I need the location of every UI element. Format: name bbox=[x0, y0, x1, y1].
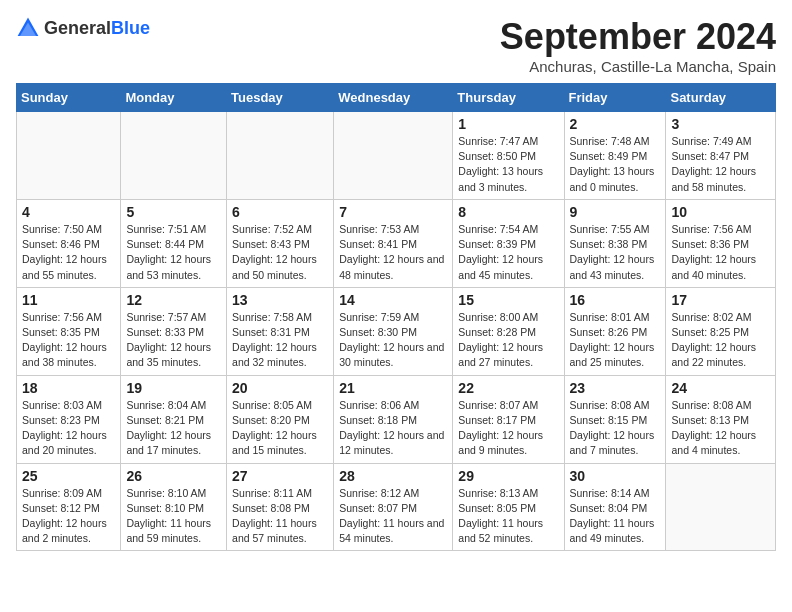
sunset-label: Sunset: 8:15 PM bbox=[570, 414, 648, 426]
daylight-label: Daylight: 13 hours and 3 minutes. bbox=[458, 165, 543, 192]
calendar-cell bbox=[17, 112, 121, 200]
month-title: September 2024 bbox=[500, 16, 776, 58]
sunrise-label: Sunrise: 8:05 AM bbox=[232, 399, 312, 411]
day-info: Sunrise: 7:58 AM Sunset: 8:31 PM Dayligh… bbox=[232, 310, 328, 371]
col-tuesday: Tuesday bbox=[227, 84, 334, 112]
sunrise-label: Sunrise: 7:57 AM bbox=[126, 311, 206, 323]
sunset-label: Sunset: 8:41 PM bbox=[339, 238, 417, 250]
col-monday: Monday bbox=[121, 84, 227, 112]
sunset-label: Sunset: 8:49 PM bbox=[570, 150, 648, 162]
sunrise-label: Sunrise: 8:03 AM bbox=[22, 399, 102, 411]
calendar-cell: 18 Sunrise: 8:03 AM Sunset: 8:23 PM Dayl… bbox=[17, 375, 121, 463]
day-number: 23 bbox=[570, 380, 661, 396]
sunset-label: Sunset: 8:38 PM bbox=[570, 238, 648, 250]
day-number: 3 bbox=[671, 116, 770, 132]
sunset-label: Sunset: 8:33 PM bbox=[126, 326, 204, 338]
day-number: 26 bbox=[126, 468, 221, 484]
calendar-cell: 25 Sunrise: 8:09 AM Sunset: 8:12 PM Dayl… bbox=[17, 463, 121, 551]
daylight-label: Daylight: 12 hours and 17 minutes. bbox=[126, 429, 211, 456]
daylight-label: Daylight: 13 hours and 0 minutes. bbox=[570, 165, 655, 192]
sunrise-label: Sunrise: 8:08 AM bbox=[570, 399, 650, 411]
sunrise-label: Sunrise: 8:07 AM bbox=[458, 399, 538, 411]
sunrise-label: Sunrise: 7:56 AM bbox=[22, 311, 102, 323]
calendar-cell: 11 Sunrise: 7:56 AM Sunset: 8:35 PM Dayl… bbox=[17, 287, 121, 375]
day-number: 29 bbox=[458, 468, 558, 484]
day-number: 30 bbox=[570, 468, 661, 484]
header: GeneralBlue September 2024 Anchuras, Cas… bbox=[16, 16, 776, 75]
col-thursday: Thursday bbox=[453, 84, 564, 112]
sunset-label: Sunset: 8:44 PM bbox=[126, 238, 204, 250]
calendar-cell: 5 Sunrise: 7:51 AM Sunset: 8:44 PM Dayli… bbox=[121, 199, 227, 287]
sunset-label: Sunset: 8:25 PM bbox=[671, 326, 749, 338]
daylight-label: Daylight: 11 hours and 57 minutes. bbox=[232, 517, 317, 544]
day-number: 24 bbox=[671, 380, 770, 396]
daylight-label: Daylight: 12 hours and 2 minutes. bbox=[22, 517, 107, 544]
day-info: Sunrise: 8:00 AM Sunset: 8:28 PM Dayligh… bbox=[458, 310, 558, 371]
calendar-cell: 16 Sunrise: 8:01 AM Sunset: 8:26 PM Dayl… bbox=[564, 287, 666, 375]
sunset-label: Sunset: 8:36 PM bbox=[671, 238, 749, 250]
sunset-label: Sunset: 8:17 PM bbox=[458, 414, 536, 426]
day-info: Sunrise: 8:08 AM Sunset: 8:13 PM Dayligh… bbox=[671, 398, 770, 459]
day-info: Sunrise: 7:56 AM Sunset: 8:35 PM Dayligh… bbox=[22, 310, 115, 371]
sunrise-label: Sunrise: 7:55 AM bbox=[570, 223, 650, 235]
header-row: Sunday Monday Tuesday Wednesday Thursday… bbox=[17, 84, 776, 112]
calendar-cell: 19 Sunrise: 8:04 AM Sunset: 8:21 PM Dayl… bbox=[121, 375, 227, 463]
calendar-cell: 6 Sunrise: 7:52 AM Sunset: 8:43 PM Dayli… bbox=[227, 199, 334, 287]
day-info: Sunrise: 8:02 AM Sunset: 8:25 PM Dayligh… bbox=[671, 310, 770, 371]
sunrise-label: Sunrise: 7:52 AM bbox=[232, 223, 312, 235]
calendar-cell: 29 Sunrise: 8:13 AM Sunset: 8:05 PM Dayl… bbox=[453, 463, 564, 551]
day-number: 22 bbox=[458, 380, 558, 396]
calendar-cell: 3 Sunrise: 7:49 AM Sunset: 8:47 PM Dayli… bbox=[666, 112, 776, 200]
sunrise-label: Sunrise: 7:58 AM bbox=[232, 311, 312, 323]
daylight-label: Daylight: 12 hours and 38 minutes. bbox=[22, 341, 107, 368]
day-number: 7 bbox=[339, 204, 447, 220]
sunset-label: Sunset: 8:04 PM bbox=[570, 502, 648, 514]
calendar-cell: 27 Sunrise: 8:11 AM Sunset: 8:08 PM Dayl… bbox=[227, 463, 334, 551]
day-info: Sunrise: 8:11 AM Sunset: 8:08 PM Dayligh… bbox=[232, 486, 328, 547]
day-number: 20 bbox=[232, 380, 328, 396]
day-info: Sunrise: 8:06 AM Sunset: 8:18 PM Dayligh… bbox=[339, 398, 447, 459]
sunset-label: Sunset: 8:13 PM bbox=[671, 414, 749, 426]
calendar-week-row: 18 Sunrise: 8:03 AM Sunset: 8:23 PM Dayl… bbox=[17, 375, 776, 463]
sunrise-label: Sunrise: 7:49 AM bbox=[671, 135, 751, 147]
day-info: Sunrise: 8:04 AM Sunset: 8:21 PM Dayligh… bbox=[126, 398, 221, 459]
day-number: 18 bbox=[22, 380, 115, 396]
daylight-label: Daylight: 12 hours and 15 minutes. bbox=[232, 429, 317, 456]
daylight-label: Daylight: 12 hours and 4 minutes. bbox=[671, 429, 756, 456]
location-title: Anchuras, Castille-La Mancha, Spain bbox=[500, 58, 776, 75]
day-info: Sunrise: 7:59 AM Sunset: 8:30 PM Dayligh… bbox=[339, 310, 447, 371]
sunset-label: Sunset: 8:07 PM bbox=[339, 502, 417, 514]
day-number: 9 bbox=[570, 204, 661, 220]
day-info: Sunrise: 7:49 AM Sunset: 8:47 PM Dayligh… bbox=[671, 134, 770, 195]
sunrise-label: Sunrise: 8:12 AM bbox=[339, 487, 419, 499]
sunrise-label: Sunrise: 8:13 AM bbox=[458, 487, 538, 499]
calendar-cell: 9 Sunrise: 7:55 AM Sunset: 8:38 PM Dayli… bbox=[564, 199, 666, 287]
day-number: 11 bbox=[22, 292, 115, 308]
day-info: Sunrise: 7:57 AM Sunset: 8:33 PM Dayligh… bbox=[126, 310, 221, 371]
sunset-label: Sunset: 8:50 PM bbox=[458, 150, 536, 162]
sunrise-label: Sunrise: 8:01 AM bbox=[570, 311, 650, 323]
sunrise-label: Sunrise: 7:53 AM bbox=[339, 223, 419, 235]
calendar-cell: 2 Sunrise: 7:48 AM Sunset: 8:49 PM Dayli… bbox=[564, 112, 666, 200]
day-info: Sunrise: 7:54 AM Sunset: 8:39 PM Dayligh… bbox=[458, 222, 558, 283]
day-info: Sunrise: 8:05 AM Sunset: 8:20 PM Dayligh… bbox=[232, 398, 328, 459]
sunrise-label: Sunrise: 8:00 AM bbox=[458, 311, 538, 323]
day-info: Sunrise: 8:01 AM Sunset: 8:26 PM Dayligh… bbox=[570, 310, 661, 371]
sunrise-label: Sunrise: 7:51 AM bbox=[126, 223, 206, 235]
day-info: Sunrise: 8:13 AM Sunset: 8:05 PM Dayligh… bbox=[458, 486, 558, 547]
sunset-label: Sunset: 8:39 PM bbox=[458, 238, 536, 250]
col-friday: Friday bbox=[564, 84, 666, 112]
calendar-cell: 14 Sunrise: 7:59 AM Sunset: 8:30 PM Dayl… bbox=[334, 287, 453, 375]
sunrise-label: Sunrise: 7:59 AM bbox=[339, 311, 419, 323]
calendar-cell bbox=[121, 112, 227, 200]
sunset-label: Sunset: 8:43 PM bbox=[232, 238, 310, 250]
day-info: Sunrise: 7:48 AM Sunset: 8:49 PM Dayligh… bbox=[570, 134, 661, 195]
calendar-cell: 20 Sunrise: 8:05 AM Sunset: 8:20 PM Dayl… bbox=[227, 375, 334, 463]
day-number: 6 bbox=[232, 204, 328, 220]
sunset-label: Sunset: 8:30 PM bbox=[339, 326, 417, 338]
calendar-cell: 22 Sunrise: 8:07 AM Sunset: 8:17 PM Dayl… bbox=[453, 375, 564, 463]
calendar-cell: 10 Sunrise: 7:56 AM Sunset: 8:36 PM Dayl… bbox=[666, 199, 776, 287]
day-number: 12 bbox=[126, 292, 221, 308]
day-number: 13 bbox=[232, 292, 328, 308]
sunrise-label: Sunrise: 7:47 AM bbox=[458, 135, 538, 147]
